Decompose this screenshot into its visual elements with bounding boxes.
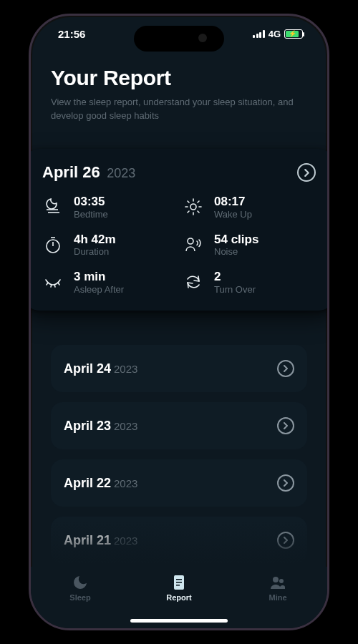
report-date: April 24 <box>64 361 111 376</box>
tab-label: Mine <box>268 593 286 602</box>
moon-icon <box>72 574 89 591</box>
report-icon <box>170 574 188 591</box>
report-date: April 23 <box>64 419 111 433</box>
report-list[interactable]: April 242023 April 232023 April 222023 A… <box>51 345 307 564</box>
report-year: 2023 <box>114 535 137 547</box>
moon-icon <box>42 197 64 216</box>
stat-value: 4h 42m <box>74 233 116 247</box>
svg-point-5 <box>279 579 284 583</box>
stat-label: Wake Up <box>214 209 252 220</box>
stat-value: 03:35 <box>74 195 108 209</box>
phone-frame: 21:56 4G ⚡ Your Report View the sleep re… <box>29 14 329 630</box>
svg-line-24 <box>58 283 59 285</box>
featured-date: April 26 <box>42 163 100 181</box>
page-subtitle: View the sleep report, understand your s… <box>51 96 294 123</box>
report-year: 2023 <box>114 363 137 375</box>
report-year: 2023 <box>114 477 137 489</box>
svg-rect-2 <box>176 582 182 583</box>
stat-value: 08:17 <box>214 195 252 209</box>
stat-value: 2 <box>214 270 256 284</box>
svg-line-14 <box>198 211 199 213</box>
svg-rect-1 <box>176 579 182 580</box>
report-row[interactable]: April 212023 <box>51 517 307 564</box>
signal-icon <box>253 30 265 38</box>
chevron-right-icon <box>277 474 294 492</box>
svg-point-20 <box>188 238 193 244</box>
home-indicator[interactable] <box>130 619 228 623</box>
page-header: Your Report View the sleep report, under… <box>31 57 327 127</box>
stat-turnover: 2Turn Over <box>183 270 316 295</box>
tab-bar: Sleep Report Mine <box>31 567 327 628</box>
svg-line-13 <box>188 201 189 203</box>
chevron-right-icon[interactable] <box>297 163 316 182</box>
stat-label: Bedtime <box>74 209 108 220</box>
status-time: 21:56 <box>58 28 85 40</box>
page-title: Your Report <box>51 66 307 90</box>
featured-year: 2023 <box>107 166 135 180</box>
tab-label: Report <box>166 593 191 602</box>
timer-icon <box>42 235 64 254</box>
svg-rect-3 <box>176 585 180 586</box>
svg-point-8 <box>190 204 196 210</box>
chevron-right-icon <box>277 417 294 434</box>
stat-label: Turn Over <box>214 284 256 295</box>
tab-sleep[interactable]: Sleep <box>44 574 116 602</box>
svg-line-21 <box>47 283 48 285</box>
report-row[interactable]: April 222023 <box>51 459 307 507</box>
stat-wakeup: 08:17Wake Up <box>183 195 316 220</box>
stat-asleep-after: 3 minAsleep After <box>42 270 175 295</box>
tab-label: Sleep <box>69 593 90 602</box>
svg-line-16 <box>198 201 199 203</box>
svg-line-22 <box>51 285 52 288</box>
noise-icon <box>183 235 204 254</box>
sun-icon <box>183 197 204 216</box>
tab-mine[interactable]: Mine <box>242 574 314 602</box>
svg-line-15 <box>188 211 189 213</box>
network-label: 4G <box>268 29 281 39</box>
report-year: 2023 <box>114 420 137 432</box>
stat-value: 54 clips <box>214 233 258 247</box>
stat-duration: 4h 42mDuration <box>42 233 175 258</box>
eye-icon <box>42 273 64 291</box>
profile-icon <box>269 574 286 591</box>
svg-line-23 <box>54 285 55 288</box>
featured-report-card[interactable]: April 26 2023 03:35Bedtime 08:17Wake Up <box>29 149 329 311</box>
stat-value: 3 min <box>74 270 124 284</box>
svg-point-4 <box>273 577 279 582</box>
dynamic-island <box>134 26 224 52</box>
report-row[interactable]: April 242023 <box>51 345 307 392</box>
tab-report[interactable]: Report <box>143 574 215 602</box>
battery-icon: ⚡ <box>284 29 303 39</box>
turnover-icon <box>183 273 204 291</box>
report-row[interactable]: April 232023 <box>51 402 307 449</box>
stat-label: Duration <box>74 246 116 257</box>
stat-label: Asleep After <box>74 284 124 295</box>
report-date: April 21 <box>64 533 111 547</box>
report-date: April 22 <box>64 476 111 490</box>
stat-bedtime: 03:35Bedtime <box>42 195 175 220</box>
stat-label: Noise <box>214 246 258 257</box>
chevron-right-icon <box>277 360 294 377</box>
chevron-right-icon <box>277 532 294 549</box>
stat-noise: 54 clipsNoise <box>183 233 316 258</box>
